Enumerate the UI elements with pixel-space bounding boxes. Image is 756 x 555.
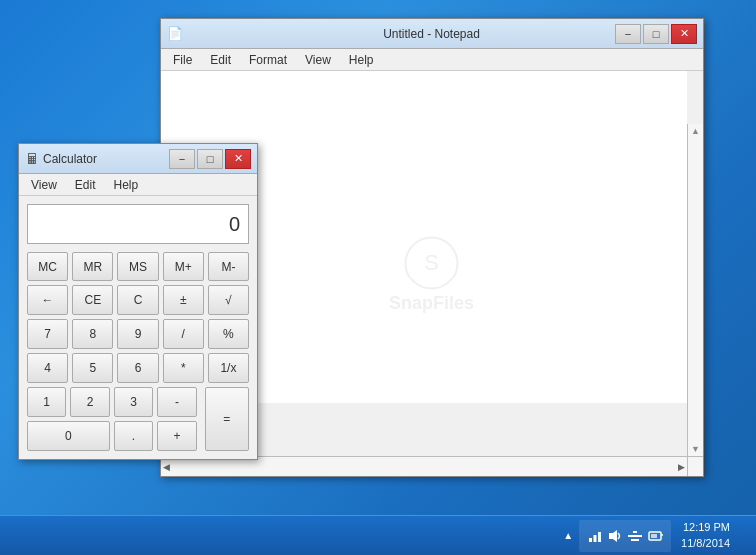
calc-btn-8[interactable]: 8 — [72, 319, 113, 349]
calc-btn-5[interactable]: 5 — [72, 353, 113, 383]
calc-btn-sqrt[interactable]: √ — [208, 285, 249, 315]
calc-btn-1[interactable]: 1 — [27, 387, 66, 417]
notepad-menu-format[interactable]: Format — [241, 51, 295, 69]
scroll-down-arrow[interactable]: ▼ — [688, 442, 703, 456]
notepad-menubar: File Edit Format View Help — [161, 49, 703, 71]
tray-icon-volume — [607, 528, 623, 544]
calc-btn-backspace[interactable]: ← — [27, 285, 68, 315]
notepad-vertical-scrollbar[interactable]: ▲ ▼ — [687, 124, 703, 456]
notepad-menu-file[interactable]: File — [165, 51, 200, 69]
tray-icon-power — [647, 528, 663, 544]
calc-btn-ms[interactable]: MS — [117, 252, 158, 281]
calc-btn-3[interactable]: 3 — [114, 387, 153, 417]
calc-btn-6[interactable]: 6 — [117, 353, 158, 383]
notepad-window-controls: − □ ✕ — [615, 24, 697, 44]
calc-btn-equals[interactable]: = — [205, 387, 249, 451]
calculator-close-button[interactable]: ✕ — [225, 149, 251, 169]
calculator-window-controls: − □ ✕ — [169, 149, 251, 169]
scroll-left-arrow[interactable]: ◀ — [163, 462, 170, 472]
calc-row-123: 1 2 3 - 0 . + = — [27, 387, 249, 451]
notepad-minimize-button[interactable]: − — [615, 24, 641, 44]
calculator-icon: 🖩 — [25, 151, 39, 167]
clock-time: 12:19 PM — [683, 520, 730, 535]
calc-btn-reciprocal[interactable]: 1/x — [208, 353, 249, 383]
scroll-right-arrow[interactable]: ▶ — [678, 462, 685, 472]
notepad-menu-edit[interactable]: Edit — [202, 51, 239, 69]
svg-rect-6 — [628, 535, 642, 537]
svg-rect-3 — [594, 535, 597, 542]
calc-num-ops: 1 2 3 - 0 . + — [27, 387, 197, 451]
taskbar: ▲ — [0, 515, 756, 555]
calculator-window: 🖩 Calculator − □ ✕ View Edit Help 0 MC M… — [18, 143, 258, 460]
calc-menu-view[interactable]: View — [23, 176, 65, 194]
calc-btn-multiply[interactable]: * — [163, 353, 204, 383]
calculator-display-value: 0 — [229, 213, 240, 236]
calc-row-clear: ← CE C ± √ — [27, 285, 249, 315]
system-tray — [579, 520, 671, 552]
calc-btn-c[interactable]: C — [117, 285, 158, 315]
calc-btn-mc[interactable]: MC — [27, 252, 68, 281]
notepad-maximize-button[interactable]: □ — [643, 24, 669, 44]
calc-btn-mplus[interactable]: M+ — [163, 252, 204, 281]
calculator-menubar: View Edit Help — [19, 174, 257, 196]
svg-rect-8 — [631, 539, 639, 541]
calc-btn-4[interactable]: 4 — [27, 353, 68, 383]
taskbar-right: ▲ — [563, 520, 748, 552]
calc-btn-mr[interactable]: MR — [72, 252, 113, 281]
calc-btn-decimal[interactable]: . — [114, 421, 153, 451]
calc-btn-9[interactable]: 9 — [117, 319, 158, 349]
calc-btn-ce[interactable]: CE — [72, 285, 113, 315]
calc-btn-divide[interactable]: / — [163, 319, 204, 349]
calc-btn-plus[interactable]: + — [157, 421, 196, 451]
calculator-display: 0 — [27, 204, 249, 244]
calc-row-456: 4 5 6 * 1/x — [27, 353, 249, 383]
notepad-scroll-corner — [687, 456, 703, 476]
notepad-menu-view[interactable]: View — [297, 51, 339, 69]
svg-rect-10 — [651, 534, 657, 538]
calc-row-789: 7 8 9 / % — [27, 319, 249, 349]
calculator-minimize-button[interactable]: − — [169, 149, 195, 169]
calc-btn-percent[interactable]: % — [208, 319, 249, 349]
notepad-menu-help[interactable]: Help — [341, 51, 381, 69]
calculator-titlebar: 🖩 Calculator − □ ✕ — [19, 144, 257, 174]
clock-date: 11/8/2014 — [681, 536, 730, 551]
calc-row-memory: MC MR MS M+ M- — [27, 252, 249, 281]
tray-expand-arrow[interactable]: ▲ — [563, 530, 573, 541]
calculator-buttons: MC MR MS M+ M- ← CE C ± √ 7 8 9 / % 4 5 … — [19, 252, 257, 459]
calc-btn-7[interactable]: 7 — [27, 319, 68, 349]
tray-icon-network2 — [627, 528, 643, 544]
svg-rect-2 — [589, 538, 592, 542]
svg-marker-5 — [609, 530, 617, 542]
calc-menu-edit[interactable]: Edit — [67, 176, 104, 194]
calc-btn-plusminus[interactable]: ± — [163, 285, 204, 315]
tray-icon-network — [587, 528, 603, 544]
svg-rect-7 — [633, 531, 637, 533]
svg-rect-4 — [598, 532, 601, 542]
notepad-close-button[interactable]: ✕ — [671, 24, 697, 44]
calculator-maximize-button[interactable]: □ — [197, 149, 223, 169]
calc-btn-0[interactable]: 0 — [27, 421, 110, 451]
calc-btn-minus[interactable]: - — [157, 387, 196, 417]
calc-menu-help[interactable]: Help — [105, 176, 146, 194]
calc-btn-mminus[interactable]: M- — [208, 252, 249, 281]
notepad-titlebar: 📄 Untitled - Notepad − □ ✕ — [161, 19, 703, 49]
calc-btn-2[interactable]: 2 — [70, 387, 109, 417]
system-clock[interactable]: 12:19 PM 11/8/2014 — [677, 520, 734, 551]
scroll-up-arrow[interactable]: ▲ — [688, 124, 703, 138]
